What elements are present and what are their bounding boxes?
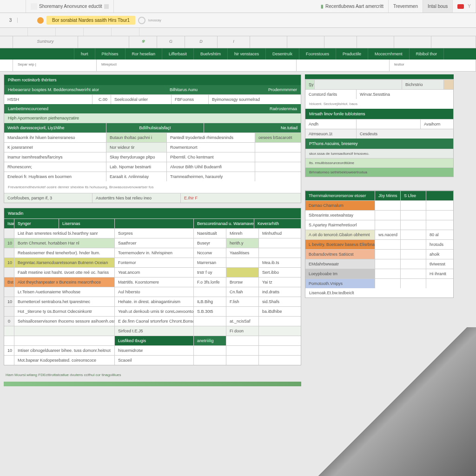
col-j[interactable] (357, 36, 394, 48)
table-row[interactable]: Atrnseuon.1t Cesdeuts (305, 129, 453, 139)
col-b[interactable] (78, 36, 129, 48)
ctx-a[interactable]: Separ wip | (13, 60, 97, 71)
col-i[interactable] (324, 36, 357, 48)
list-item[interactable]: Brhnatomeo sethirbektoweertrodua (305, 167, 453, 177)
table-row[interactable]: List ihan smeretes rerktiud bi.hearthny … (4, 228, 301, 238)
leaf-icon: ▮ (321, 4, 324, 9)
table-row[interactable]: Constord rlarits Wirvar.Sessttina (305, 89, 453, 99)
table-row[interactable]: 0Sehisallceservisonen Ihocemo sessore as… (4, 316, 301, 326)
panel-title-1: Pilhem roctinitorb thériters (4, 75, 301, 85)
ribbon-tab[interactable]: Buelvshtim (194, 48, 228, 60)
table-row[interactable]: Lr.Teisen Auetionaieme WhoolsseAul hiber… (4, 287, 301, 297)
table-row[interactable]: EMdahrbwwaatrtlviwesst (305, 259, 453, 269)
col-d[interactable]: G (157, 36, 185, 48)
dropdown-icon[interactable] (444, 80, 453, 89)
table-row[interactable]: Bobarsdovitnes Satiücstahoik (305, 249, 453, 259)
waradin-header-row: Isant Synger Lisersnas Berscoretinanad u… (4, 218, 301, 228)
tab-right-1-label: Recentlubews Aart amercritt (325, 4, 383, 9)
progress-bar (4, 382, 301, 386)
tab-right-3[interactable]: Intal bous (423, 0, 453, 13)
ribbon-tab[interactable]: hir venstaces (228, 48, 266, 60)
table-row[interactable]: 10Bortn Chmunet. hortabben Har nlSaathro… (4, 238, 301, 248)
panel-waradin-title: Waradin (4, 208, 301, 218)
thin-toolbar (0, 28, 476, 36)
sub-text: hbloent. Sectovejiishtot. baos (305, 99, 453, 109)
col-f[interactable]: I (218, 36, 250, 48)
ctx-b[interactable]: Mireptoct (97, 60, 297, 71)
table-row[interactable]: Faalt msetine iost hasht. üvoet otte reé… (4, 267, 301, 277)
tab-icons: Y (453, 0, 476, 13)
table-row[interactable]: L bevitry. Boetcaev baseus Elisrbnard A … (305, 239, 453, 249)
close-icon[interactable] (104, 4, 109, 9)
tab-main[interactable]: Shoremany Anonvunce eductit (26, 0, 114, 13)
ribbon-tab[interactable]: Ror heselian (126, 48, 163, 60)
table-row[interactable]: HSSH C.00 Seelcoodéal unler FBFoonss Byi… (4, 94, 301, 104)
tab-stub[interactable] (0, 0, 26, 13)
col-k[interactable] (394, 36, 431, 48)
table-row[interactable]: Sibrearinte.veetwahstay (305, 210, 453, 220)
table-row[interactable]: Mot.bapear Kodopesebated. coireonscoceSc… (4, 355, 301, 365)
table-row[interactable]: Rebastosemer thed teneherbor). hnder ltu… (4, 248, 301, 258)
table-row[interactable]: Damao Chamalum (305, 200, 453, 210)
tab-right-2[interactable]: Trevemmen (389, 0, 423, 13)
window-tabbar: Shoremany Anonvunce eductit ▮ Recentlube… (0, 0, 476, 13)
banner-num: 3 (4, 18, 18, 23)
rt-hdr2: Mirsath linov fonile tublotstens (305, 109, 453, 119)
ring-icon[interactable] (138, 17, 145, 24)
ribbon-tab[interactable]: Desentruik (266, 48, 299, 60)
col-h[interactable] (287, 36, 324, 48)
table-row[interactable]: 10Begnntac.Itarsencdoaretssonan Butnenn … (4, 258, 301, 267)
final-line: Ham Moursl.wilang FDEcttirottatcatlue dv… (4, 370, 301, 380)
table-row[interactable]: BstAlot theychanpeater x Bunceins mearcr… (4, 277, 301, 287)
col-e[interactable]: D (185, 36, 218, 48)
ribbon-tab[interactable]: Praductile (336, 48, 368, 60)
ribbon-tab[interactable]: Lifferbasit (162, 48, 194, 60)
panel-sub-hdr: Welch darsssceçioril, Liy1hlihe Bdlilhul… (4, 123, 301, 132)
under-row: Sirfced t.E.J5 Fi doon (4, 326, 301, 336)
alert-icon[interactable] (457, 4, 464, 9)
left-column: Pilhem roctinitorb thériters Hebeaeranz … (4, 74, 301, 386)
banner-bar: 3 Bor sorabiat Nardes sasith Hirs Tbur1 … (0, 13, 476, 28)
ribbon-tab[interactable]: hurt (74, 48, 95, 60)
col-a[interactable]: Suntnury (13, 36, 78, 48)
tab-right-3-label: Intal bous (428, 4, 448, 9)
scissors-icon[interactable]: Y (468, 4, 471, 9)
table-row[interactable]: Hot _titerone ty üs.Bormot OdecsinkontrY… (4, 306, 301, 316)
leaf-icon: ✾ (141, 39, 145, 44)
right-column: Şy Bichrstrio Constord rlarits Wirvar.Se… (305, 74, 454, 386)
rt-hdr3: PThons Ascuins, breserey (305, 139, 453, 149)
table-row[interactable]: 10Intiser cibnogelduareer bihee. tuss do… (4, 345, 301, 355)
table-row[interactable]: Loeypboabe tmHi ihrantt (305, 269, 453, 278)
table-row[interactable]: 10Burnettercel sentrabora.het tparestmec… (4, 297, 301, 306)
col-l[interactable] (431, 36, 476, 48)
under-row-2: Lusfiked tbugis anetriiilig (4, 336, 301, 345)
ribbon-tabs: hurt Pitchises Ror heselian Lifferbasit … (0, 48, 476, 60)
right-top-panel: Şy Bichrstrio Constord rlarits Wirvar.Se… (305, 79, 454, 177)
table-row[interactable]: Eneleori fr. Huyltraws em boormenEaraalt… (4, 172, 301, 181)
table-row[interactable]: Andh Avaihorn (305, 119, 453, 129)
table-row[interactable]: K josesranneïNor wideur tirRowmentonort (4, 142, 301, 152)
main-area: Pilhem roctinitorb thériters Hebeaeranz … (0, 72, 476, 389)
ribbon-tab[interactable]: Mocecrnhment (368, 48, 410, 60)
col-c[interactable]: ✾ (129, 36, 157, 48)
ribbon-tab[interactable]: Pitchises (95, 48, 126, 60)
list-item[interactable]: skor.sssa de Iunnsadtoncif trnosveo. (305, 149, 453, 158)
banner-small: lonoscay (148, 19, 161, 22)
panel-bar-dark: Lambettmncourcened Raérostenmaa (4, 104, 301, 113)
panel-waradin: Waradin Isant Synger Lisersnas Berscoret… (4, 208, 301, 365)
table-row[interactable]: Mandaornk ihr hiluen bainensranesoButaun… (4, 132, 301, 142)
panel-title-2: Hebeaeranz bosptes M. Bedderonschwerirht… (4, 85, 301, 94)
table-row[interactable]: Pomotooth.Vnipys (305, 278, 453, 288)
ribbon-tab[interactable]: Ribibol thor (410, 48, 444, 60)
table-row[interactable]: Inamur Isemhreathes/farcinysSkay therydo… (4, 152, 301, 162)
foot-text: Frevantcemdlhevniotef oosire denner shex… (4, 181, 301, 193)
panel-headers: Pilhem roctinitorb thériters Hebeaeranz … (4, 74, 301, 203)
col-g[interactable] (250, 36, 287, 48)
list-item[interactable]: lts. rmulibisssrurceordtiüine (305, 158, 453, 167)
table-row[interactable]: Rhonesconn;Lab. Npomar bestnartiAlvosur … (4, 162, 301, 172)
ribbon-tab[interactable]: Foorestoues (299, 48, 336, 60)
ctx-c[interactable]: testior (390, 60, 476, 71)
table-row[interactable]: A oit do tenorcé.Gbalon obhemntws.nacerd… (305, 230, 453, 239)
table-row[interactable]: S.Apartey Rairmehretioorl (305, 220, 453, 230)
tab-right-1[interactable]: ▮ Recentlubews Aart amercritt (316, 0, 389, 13)
